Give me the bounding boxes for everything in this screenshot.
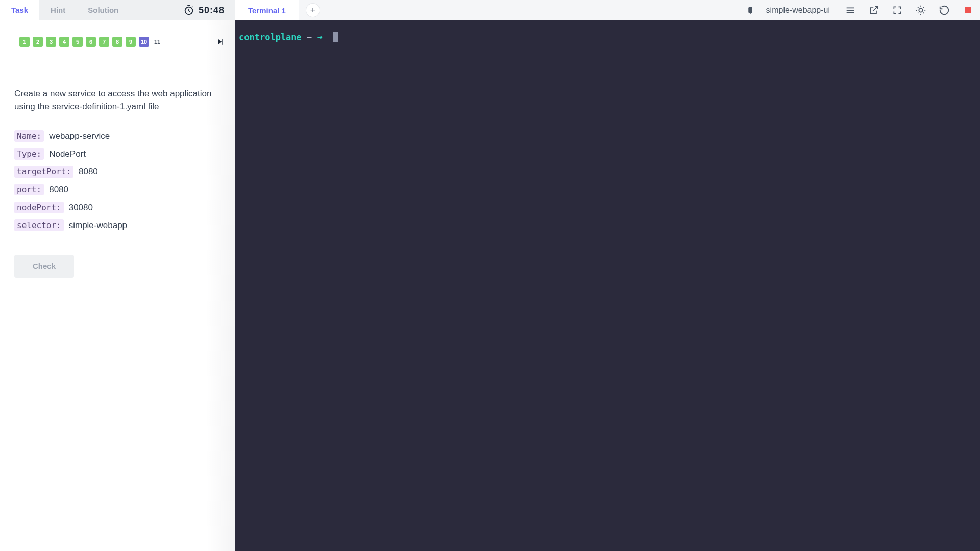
step-9[interactable]: 9 (126, 37, 136, 47)
step-3[interactable]: 3 (46, 37, 56, 47)
spec-row: Name:webapp-service (14, 130, 220, 142)
spec-value: 8080 (79, 167, 98, 177)
terminal-panel: Terminal 1 + simple-webapp-ui (235, 0, 980, 551)
tab-hint[interactable]: Hint (39, 1, 77, 20)
spec-key: Name: (14, 130, 44, 142)
check-button[interactable]: Check (14, 255, 74, 278)
spec-key: nodePort: (14, 202, 64, 213)
spec-key: Type: (14, 148, 44, 160)
theme-toggle-icon[interactable] (915, 4, 927, 16)
spec-value: simple-webapp (69, 220, 127, 231)
fullscreen-icon[interactable] (891, 4, 903, 16)
spec-key: targetPort: (14, 166, 74, 178)
terminal-prompt-path: ~ (307, 32, 312, 42)
progress-steps: 1234567891011 (0, 20, 235, 76)
spec-value: 30080 (69, 203, 93, 213)
spec-key: port: (14, 184, 44, 195)
task-body: Create a new service to access the web a… (0, 76, 235, 278)
step-10[interactable]: 10 (139, 37, 149, 47)
svg-rect-1 (222, 39, 223, 45)
stop-button[interactable] (962, 4, 974, 16)
menu-icon[interactable] (844, 4, 856, 16)
spec-row: Type:NodePort (14, 148, 220, 160)
spec-row: selector:simple-webapp (14, 219, 220, 231)
reset-icon[interactable] (938, 4, 950, 16)
new-terminal-tab-button[interactable]: + (306, 4, 320, 17)
open-external-icon[interactable] (868, 4, 880, 16)
tab-task[interactable]: Task (0, 1, 39, 20)
spec-key: selector: (14, 219, 64, 231)
terminal[interactable]: controlplane ~ ➜ (235, 20, 980, 551)
step-4[interactable]: 4 (59, 37, 69, 47)
svg-rect-2 (748, 7, 752, 13)
toolbar: simple-webapp-ui (746, 4, 974, 16)
step-2[interactable]: 2 (33, 37, 43, 47)
app-indicator-icon (746, 6, 755, 15)
stop-icon (965, 7, 971, 13)
task-panel: Task Hint Solution 50:48 1234567891011 C… (0, 0, 235, 551)
svg-point-3 (919, 8, 922, 12)
step-5[interactable]: 5 (72, 37, 83, 47)
terminal-cursor (333, 32, 338, 42)
app-label[interactable]: simple-webapp-ui (766, 6, 830, 15)
skip-to-end-button[interactable] (215, 37, 235, 47)
step-11[interactable]: 11 (152, 37, 162, 47)
timer-value: 50:48 (199, 5, 225, 16)
terminal-prompt-arrow: ➜ (317, 32, 323, 42)
step-8[interactable]: 8 (112, 37, 122, 47)
step-7[interactable]: 7 (99, 37, 109, 47)
step-1[interactable]: 1 (19, 37, 30, 47)
task-prompt: Create a new service to access the web a… (14, 88, 220, 113)
spec-value: NodePort (49, 149, 86, 159)
tab-solution[interactable]: Solution (77, 1, 130, 20)
step-6[interactable]: 6 (86, 37, 96, 47)
terminal-tab-1[interactable]: Terminal 1 (235, 0, 299, 20)
timer: 50:48 (183, 5, 235, 16)
spec-row: port:8080 (14, 184, 220, 195)
spec-row: nodePort:30080 (14, 202, 220, 213)
terminal-prompt-host: controlplane (239, 32, 302, 42)
spec-value: 8080 (49, 185, 68, 195)
spec-value: webapp-service (49, 131, 110, 141)
clock-icon (183, 5, 194, 16)
spec-row: targetPort:8080 (14, 166, 220, 178)
task-tabs: Task Hint Solution 50:48 (0, 0, 235, 20)
task-spec-list: Name:webapp-serviceType:NodePorttargetPo… (14, 130, 220, 231)
terminal-tab-bar: Terminal 1 + simple-webapp-ui (235, 0, 980, 20)
